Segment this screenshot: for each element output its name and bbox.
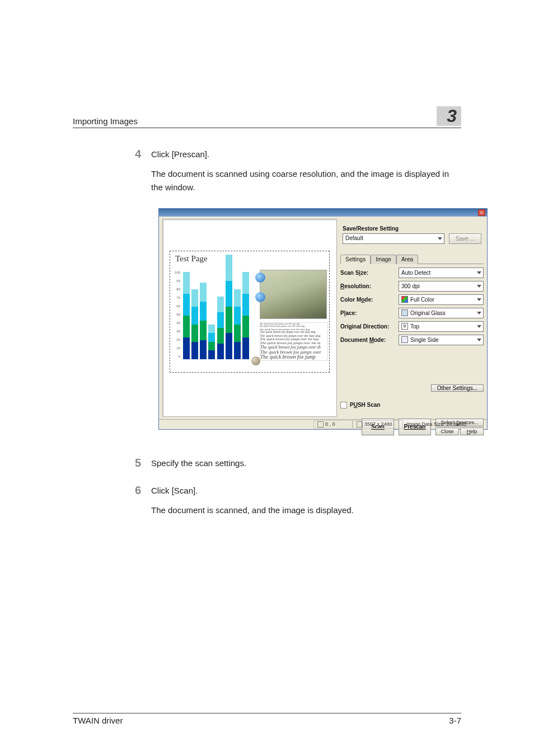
- place-select[interactable]: Original Glass: [399, 308, 484, 318]
- page-icon: [401, 336, 408, 343]
- tab-settings[interactable]: Settings: [340, 255, 371, 264]
- blue-sphere-icon: [255, 273, 265, 283]
- header-divider: [73, 128, 461, 128]
- preset-select[interactable]: Default: [343, 233, 444, 244]
- step5-number: 5: [124, 457, 151, 476]
- preview-text-block: the quick brown fox jumps over the lazy …: [260, 322, 328, 361]
- color-mode-label: Color Mode:: [340, 297, 399, 303]
- step5-line1: Specify the scan settings.: [151, 457, 457, 469]
- save-preset-button[interactable]: Save ...: [449, 233, 481, 244]
- push-scan-checkbox[interactable]: [340, 402, 347, 408]
- help-button[interactable]: Help: [460, 428, 484, 435]
- preview-pane[interactable]: Test Page 100 90 80 70 60 50 40 30 20: [162, 219, 337, 417]
- orig-dir-select[interactable]: BTop: [399, 321, 484, 332]
- preview-doc-title: Test Page: [175, 254, 208, 264]
- scan-size-label: Scan Size:: [340, 270, 399, 276]
- dimensions-icon: [357, 421, 363, 428]
- resolution-select[interactable]: 300 dpi: [399, 281, 484, 292]
- twain-dialog-screenshot: × Test Page 100 90 80 70 60: [158, 208, 488, 430]
- page-header-title: Importing Images: [73, 116, 138, 126]
- doc-mode-select[interactable]: Single Side: [399, 335, 484, 345]
- blue-sphere-icon: [255, 292, 265, 302]
- orig-dir-label: Original Direction:: [340, 323, 399, 330]
- step4-line2: The document is scanned using coarse res…: [151, 167, 457, 194]
- chapter-number: 3: [437, 106, 461, 126]
- dialog-titlebar: ×: [159, 209, 487, 217]
- settings-tabs: Settings Image Area: [340, 254, 484, 264]
- step4-number: 4: [124, 148, 151, 200]
- cursor-pos-icon: [317, 421, 324, 428]
- place-label: Place:: [340, 310, 399, 316]
- footer-right: 3-7: [449, 716, 461, 725]
- footer-divider: [73, 713, 461, 713]
- footer-left: TWAIN driver: [73, 716, 123, 725]
- doc-mode-label: Document Mode:: [340, 337, 399, 343]
- close-button[interactable]: Close: [435, 428, 459, 435]
- orientation-icon: B: [401, 323, 408, 330]
- step6-line1: Click [Scan].: [151, 484, 457, 497]
- close-icon[interactable]: ×: [478, 209, 485, 216]
- globe-icon: [251, 356, 260, 365]
- resolution-label: Resolution:: [340, 283, 399, 289]
- step6-number: 6: [124, 484, 151, 524]
- preview-photo: [260, 270, 327, 319]
- scan-size-select[interactable]: Auto Detect: [399, 267, 484, 278]
- tab-area[interactable]: Area: [396, 255, 418, 264]
- color-mode-select[interactable]: Full Color: [399, 294, 484, 305]
- save-restore-label: Save/Restore Setting: [343, 226, 481, 232]
- other-settings-button[interactable]: Other Settings...: [431, 384, 484, 392]
- push-scan-label: PUSH Scan: [350, 402, 380, 408]
- status-bar: 0 , 0 3507 x 2480 Image Data Size: 24.89…: [159, 419, 487, 429]
- step4-line1: Click [Prescan].: [151, 148, 457, 161]
- preview-chart: 100 90 80 70 60 50 40 30 20 10 0: [175, 267, 251, 363]
- step6-line2: The document is scanned, and the image i…: [151, 504, 457, 516]
- tab-image[interactable]: Image: [371, 255, 396, 264]
- glass-icon: [401, 309, 408, 316]
- color-swatch-icon: [401, 296, 408, 303]
